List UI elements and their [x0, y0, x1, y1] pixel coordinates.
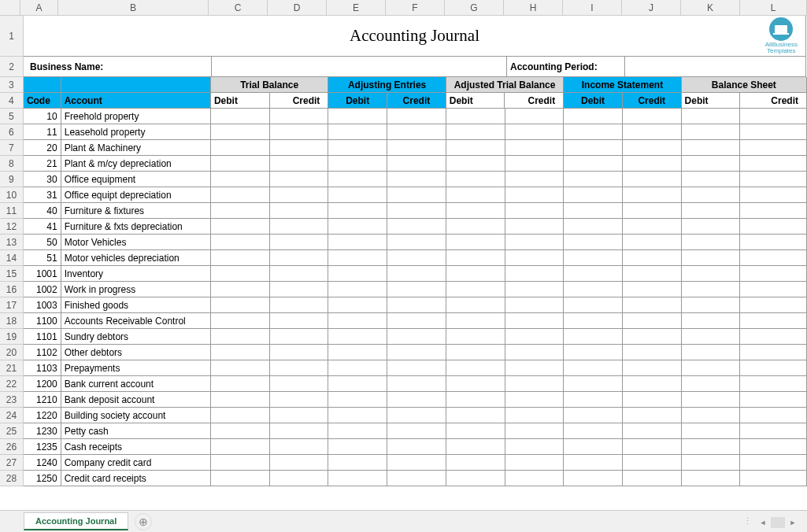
row-header[interactable]: 25 — [0, 423, 24, 439]
code-cell[interactable]: 50 — [24, 235, 61, 250]
data-cell[interactable] — [623, 313, 682, 329]
data-cell[interactable] — [387, 250, 446, 266]
data-cell[interactable] — [682, 282, 741, 297]
title-cell[interactable]: Accounting Journal AllBusinessTemplates — [24, 16, 806, 57]
code-cell[interactable]: 51 — [24, 250, 61, 266]
data-cell[interactable] — [328, 345, 387, 360]
data-cell[interactable] — [270, 392, 329, 408]
data-cell[interactable] — [328, 392, 387, 408]
data-cell[interactable] — [328, 329, 387, 345]
data-cell[interactable] — [211, 297, 270, 313]
data-cell[interactable] — [446, 140, 505, 156]
data-cell[interactable] — [446, 408, 505, 423]
data-cell[interactable] — [623, 109, 682, 124]
column-header-C[interactable]: C — [209, 0, 268, 16]
data-cell[interactable] — [740, 455, 807, 471]
data-cell[interactable] — [270, 329, 329, 345]
data-cell[interactable] — [446, 297, 505, 313]
data-cell[interactable] — [446, 156, 505, 172]
data-cell[interactable] — [740, 282, 807, 297]
column-header-D[interactable]: D — [268, 0, 327, 16]
data-cell[interactable] — [564, 455, 623, 471]
column-header-E[interactable]: E — [327, 0, 386, 16]
data-cell[interactable] — [328, 219, 387, 235]
column-header-A[interactable]: A — [20, 0, 58, 16]
data-cell[interactable] — [328, 376, 387, 392]
data-cell[interactable] — [623, 266, 682, 282]
data-cell[interactable] — [387, 360, 446, 376]
data-cell[interactable] — [328, 124, 387, 140]
data-cell[interactable] — [682, 124, 741, 140]
data-cell[interactable] — [211, 187, 270, 203]
code-section[interactable] — [24, 77, 61, 93]
data-cell[interactable] — [328, 235, 387, 250]
code-cell[interactable]: 1220 — [24, 408, 61, 423]
data-cell[interactable] — [387, 455, 446, 471]
account-cell[interactable]: Work in progress — [61, 282, 211, 297]
code-cell[interactable]: 20 — [24, 140, 61, 156]
data-cell[interactable] — [682, 172, 741, 187]
data-cell[interactable] — [270, 345, 329, 360]
data-cell[interactable] — [564, 109, 623, 124]
column-header-F[interactable]: F — [386, 0, 445, 16]
account-cell[interactable]: Furniture & fxts depreciation — [61, 219, 211, 235]
data-cell[interactable] — [328, 297, 387, 313]
data-cell[interactable] — [505, 345, 565, 360]
row-header[interactable]: 11 — [0, 203, 24, 219]
sheet-tab[interactable]: Accounting Journal — [24, 512, 128, 530]
data-cell[interactable] — [564, 282, 623, 297]
code-cell[interactable]: 1200 — [24, 376, 61, 392]
code-cell[interactable]: 1103 — [24, 360, 61, 376]
data-cell[interactable] — [505, 392, 565, 408]
data-cell[interactable] — [446, 187, 505, 203]
code-cell[interactable]: 1001 — [24, 266, 61, 282]
data-cell[interactable] — [270, 250, 329, 266]
data-cell[interactable] — [740, 329, 807, 345]
data-cell[interactable] — [564, 408, 623, 423]
data-cell[interactable] — [564, 423, 623, 439]
code-cell[interactable]: 1102 — [24, 345, 61, 360]
code-cell[interactable]: 1003 — [24, 297, 61, 313]
data-cell[interactable] — [623, 203, 682, 219]
data-cell[interactable] — [505, 423, 565, 439]
data-cell[interactable] — [328, 282, 387, 297]
data-cell[interactable] — [446, 203, 505, 219]
data-cell[interactable] — [505, 439, 565, 455]
account-cell[interactable]: Furniture & fixtures — [61, 203, 211, 219]
data-cell[interactable] — [387, 408, 446, 423]
section-balance-sheet[interactable]: Balance Sheet — [682, 77, 807, 93]
data-cell[interactable] — [740, 266, 807, 282]
data-cell[interactable] — [211, 376, 270, 392]
data-cell[interactable] — [446, 329, 505, 345]
data-cell[interactable] — [682, 140, 741, 156]
data-cell[interactable] — [387, 203, 446, 219]
code-cell[interactable]: 30 — [24, 172, 61, 187]
data-cell[interactable] — [446, 455, 505, 471]
data-cell[interactable] — [623, 297, 682, 313]
code-cell[interactable]: 21 — [24, 156, 61, 172]
code-cell[interactable]: 1230 — [24, 423, 61, 439]
data-cell[interactable] — [740, 219, 807, 235]
data-cell[interactable] — [623, 392, 682, 408]
data-cell[interactable] — [446, 360, 505, 376]
row-header[interactable]: 17 — [0, 297, 24, 313]
data-cell[interactable] — [446, 282, 505, 297]
data-cell[interactable] — [446, 266, 505, 282]
data-cell[interactable] — [623, 439, 682, 455]
row-header[interactable]: 13 — [0, 235, 24, 250]
section-trial-balance[interactable]: Trial Balance — [211, 77, 328, 93]
account-cell[interactable]: Plant & m/cy depreciation — [61, 156, 211, 172]
data-cell[interactable] — [740, 345, 807, 360]
add-sheet-button[interactable]: ⊕ — [135, 513, 152, 530]
column-header-G[interactable]: G — [445, 0, 504, 16]
data-cell[interactable] — [740, 140, 807, 156]
data-cell[interactable] — [740, 124, 807, 140]
data-cell[interactable] — [623, 140, 682, 156]
subheader-debit[interactable]: Debit — [682, 93, 741, 109]
data-cell[interactable] — [623, 282, 682, 297]
data-cell[interactable] — [211, 423, 270, 439]
data-cell[interactable] — [505, 109, 565, 124]
data-cell[interactable] — [740, 408, 807, 423]
data-cell[interactable] — [328, 187, 387, 203]
data-cell[interactable] — [328, 471, 387, 486]
